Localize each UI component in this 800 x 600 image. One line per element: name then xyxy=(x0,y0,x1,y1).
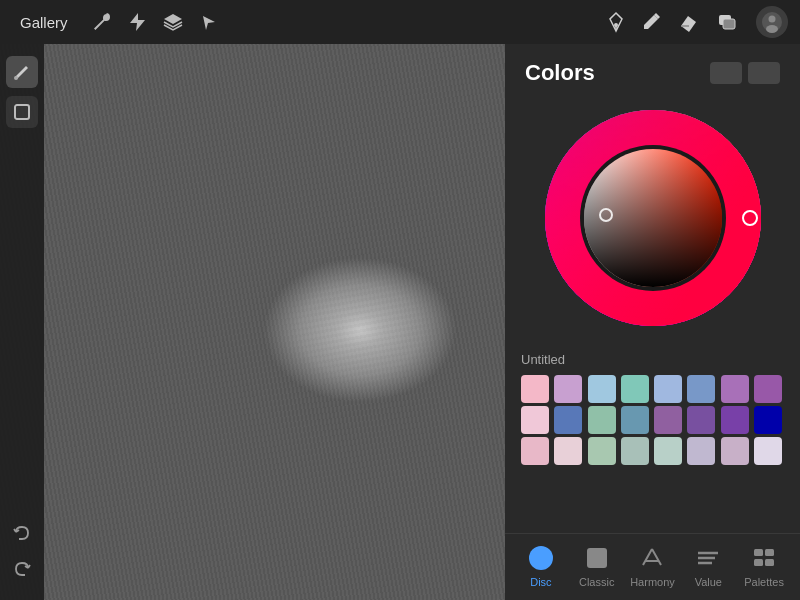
disc-icon xyxy=(527,544,555,572)
redo-button[interactable] xyxy=(8,556,36,584)
header-btn-1[interactable] xyxy=(710,62,742,84)
layers-icon[interactable] xyxy=(162,11,184,33)
swatch-22[interactable] xyxy=(721,437,749,465)
svg-rect-7 xyxy=(15,105,29,119)
color-wheel-container[interactable] xyxy=(505,98,800,344)
swatch-13[interactable] xyxy=(687,406,715,434)
toolbar-left: Gallery xyxy=(12,10,220,35)
layers2-icon[interactable] xyxy=(716,11,740,33)
top-toolbar: Gallery xyxy=(0,0,800,44)
swatch-7[interactable] xyxy=(754,375,782,403)
svg-rect-29 xyxy=(754,559,763,566)
svg-rect-28 xyxy=(765,549,774,556)
swatch-19[interactable] xyxy=(621,437,649,465)
pencil-icon[interactable] xyxy=(642,11,662,33)
svg-rect-27 xyxy=(754,549,763,556)
header-buttons xyxy=(710,62,780,84)
swatch-8[interactable] xyxy=(521,406,549,434)
tab-harmony[interactable]: Harmony xyxy=(625,544,681,588)
toolbar-right xyxy=(606,6,788,38)
undo-button[interactable] xyxy=(8,520,36,548)
color-picker-inner[interactable] xyxy=(584,149,722,287)
tab-classic[interactable]: Classic xyxy=(569,544,625,588)
harmony-icon xyxy=(638,544,666,572)
palettes-icon xyxy=(750,544,778,572)
swatch-15[interactable] xyxy=(754,406,782,434)
swatch-18[interactable] xyxy=(588,437,616,465)
bottom-tabs: Disc Classic Harmony xyxy=(505,533,800,600)
swatch-23[interactable] xyxy=(754,437,782,465)
swatch-2[interactable] xyxy=(588,375,616,403)
avatar-icon[interactable] xyxy=(756,6,788,38)
swatch-17[interactable] xyxy=(554,437,582,465)
svg-point-6 xyxy=(14,76,18,80)
header-btn-2[interactable] xyxy=(748,62,780,84)
swatch-1[interactable] xyxy=(554,375,582,403)
color-wheel[interactable] xyxy=(543,108,763,328)
swatch-10[interactable] xyxy=(588,406,616,434)
harmony-label: Harmony xyxy=(630,576,675,588)
swatch-11[interactable] xyxy=(621,406,649,434)
swatch-0[interactable] xyxy=(521,375,549,403)
svg-point-0 xyxy=(614,23,618,27)
lightning-icon[interactable] xyxy=(126,11,148,33)
palettes-label: Palettes xyxy=(744,576,784,588)
swatch-3[interactable] xyxy=(621,375,649,403)
eraser-icon[interactable] xyxy=(678,12,700,32)
colors-header: Colors xyxy=(505,44,800,98)
swatch-20[interactable] xyxy=(654,437,682,465)
arrow-icon[interactable] xyxy=(198,11,220,33)
swatch-14[interactable] xyxy=(721,406,749,434)
pen-nib-icon[interactable] xyxy=(606,11,626,33)
svg-rect-30 xyxy=(765,559,774,566)
svg-point-4 xyxy=(769,16,776,23)
palette-grid xyxy=(521,375,784,465)
classic-icon xyxy=(583,544,611,572)
classic-label: Classic xyxy=(579,576,614,588)
swatch-9[interactable] xyxy=(554,406,582,434)
tab-value[interactable]: Value xyxy=(680,544,736,588)
swatch-4[interactable] xyxy=(654,375,682,403)
swatch-5[interactable] xyxy=(687,375,715,403)
svg-rect-2 xyxy=(723,19,735,29)
square-tool[interactable] xyxy=(6,96,38,128)
disc-label: Disc xyxy=(530,576,551,588)
value-label: Value xyxy=(695,576,722,588)
swatch-6[interactable] xyxy=(721,375,749,403)
swatch-21[interactable] xyxy=(687,437,715,465)
swatch-12[interactable] xyxy=(654,406,682,434)
value-icon xyxy=(694,544,722,572)
gallery-button[interactable]: Gallery xyxy=(12,10,76,35)
tab-palettes[interactable]: Palettes xyxy=(736,544,792,588)
swatch-16[interactable] xyxy=(521,437,549,465)
colors-panel: Colors xyxy=(505,44,800,600)
left-sidebar xyxy=(0,44,44,600)
palettes-section: Untitled xyxy=(505,344,800,477)
palette-label: Untitled xyxy=(521,352,784,367)
colors-title: Colors xyxy=(525,60,595,86)
tab-disc[interactable]: Disc xyxy=(513,544,569,588)
brush-tool[interactable] xyxy=(6,56,38,88)
svg-point-5 xyxy=(766,25,778,33)
wrench-icon[interactable] xyxy=(90,11,112,33)
